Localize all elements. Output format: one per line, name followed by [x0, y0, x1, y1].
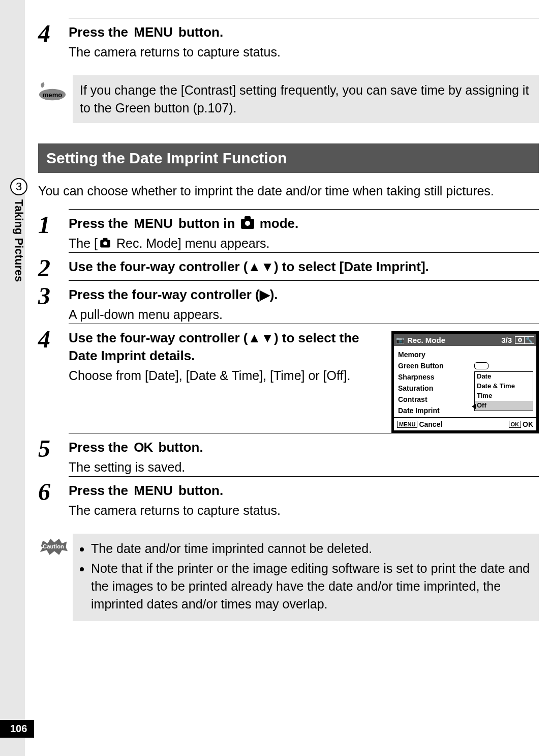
- camera-screen-footer: MENU Cancel OK OK: [394, 417, 536, 430]
- cancel-label: Cancel: [419, 420, 442, 428]
- camera-screen-title: Rec. Mode: [407, 336, 445, 344]
- camera-screen-page: 3/3: [501, 336, 512, 344]
- step-title-suffix: button.: [175, 23, 223, 41]
- step-6: 6 Press the MENU button. The camera retu…: [38, 480, 539, 519]
- step-3: 3 Press the four-way controller (▶). A p…: [38, 284, 539, 324]
- menu-button-box: MENU: [397, 421, 417, 428]
- page-number: 106: [0, 720, 34, 738]
- svg-text:memo: memo: [43, 91, 62, 99]
- ok-button-text: OK: [134, 439, 152, 456]
- memo-block: memo If you change the [Contrast] settin…: [38, 75, 539, 123]
- ok-label: OK: [523, 420, 533, 428]
- menu-button-text: MENU: [134, 215, 173, 232]
- page-gutter: [0, 0, 25, 756]
- camera-screen: 📷 Rec. Mode 3/3 ⚙🔧 Memory Green Button S…: [391, 331, 539, 433]
- green-button-slot-icon: [474, 362, 489, 369]
- caution-icon: Caution: [38, 537, 69, 556]
- memo-icon: memo: [38, 80, 67, 101]
- svg-text:Caution: Caution: [43, 543, 64, 549]
- dropdown-option-date-time: Date & Time: [475, 382, 533, 391]
- step-desc: The camera returns to capture status.: [69, 43, 539, 61]
- menu-button-text: MENU: [134, 23, 173, 41]
- caution-block: Caution The date and/or time imprinted c…: [38, 534, 539, 621]
- caution-line-2: Note that if the printer or the image ed…: [91, 560, 532, 613]
- menu-item-green-button: Green Button: [398, 362, 453, 370]
- step-4: 4 Use the four-way controller (▲▼) to se…: [38, 327, 539, 433]
- step-number: 2: [38, 256, 69, 280]
- menu-button-text: MENU: [134, 482, 173, 500]
- camera-icon: 📷: [396, 336, 404, 344]
- step-title-prefix: Press the: [69, 23, 132, 41]
- memo-text: If you change the [Contrast] setting fre…: [73, 75, 539, 123]
- chapter-number: 3: [10, 178, 27, 195]
- caution-line-1: The date and/or time imprinted cannot be…: [91, 540, 532, 558]
- step-number: 4: [38, 21, 69, 46]
- step-number: 6: [38, 480, 69, 504]
- dropdown-option-date: Date: [475, 372, 533, 382]
- step-5: 5 Press the OK button. The setting is sa…: [38, 437, 539, 476]
- step-number: 4: [38, 327, 69, 352]
- menu-item-date-imprint: Date Imprint: [398, 406, 453, 415]
- section-intro: You can choose whether to imprint the da…: [38, 182, 539, 200]
- tab-icons: ⚙🔧: [515, 336, 534, 344]
- chapter-tab: 3 Taking Pictures: [10, 178, 27, 282]
- left-arrow-icon: [472, 404, 476, 409]
- menu-item-memory: Memory: [398, 351, 453, 359]
- step-number: 1: [38, 213, 69, 237]
- step-4a: 4 Press the MENU button. The camera retu…: [38, 21, 539, 61]
- step-number: 5: [38, 437, 69, 461]
- camera-icon: [241, 219, 254, 229]
- step-1: 1 Press the MENU button in mode. The [ R…: [38, 213, 539, 252]
- date-imprint-dropdown: Date Date & Time Time Off: [474, 371, 533, 411]
- dropdown-option-off: Off: [475, 401, 533, 411]
- chapter-label: Taking Pictures: [12, 199, 25, 282]
- camera-screen-header: 📷 Rec. Mode 3/3 ⚙🔧: [394, 334, 536, 346]
- menu-item-saturation: Saturation: [398, 384, 453, 392]
- menu-item-sharpness: Sharpness: [398, 373, 453, 381]
- dropdown-option-time: Time: [475, 391, 533, 401]
- section-heading: Setting the Date Imprint Function: [38, 143, 539, 173]
- ok-button-box: OK: [509, 421, 522, 428]
- step-2: 2 Use the four-way controller (▲▼) to se…: [38, 256, 539, 280]
- menu-item-contrast: Contrast: [398, 395, 453, 403]
- caution-text: The date and/or time imprinted cannot be…: [73, 534, 539, 621]
- camera-icon: [100, 240, 110, 248]
- step-number: 3: [38, 284, 69, 308]
